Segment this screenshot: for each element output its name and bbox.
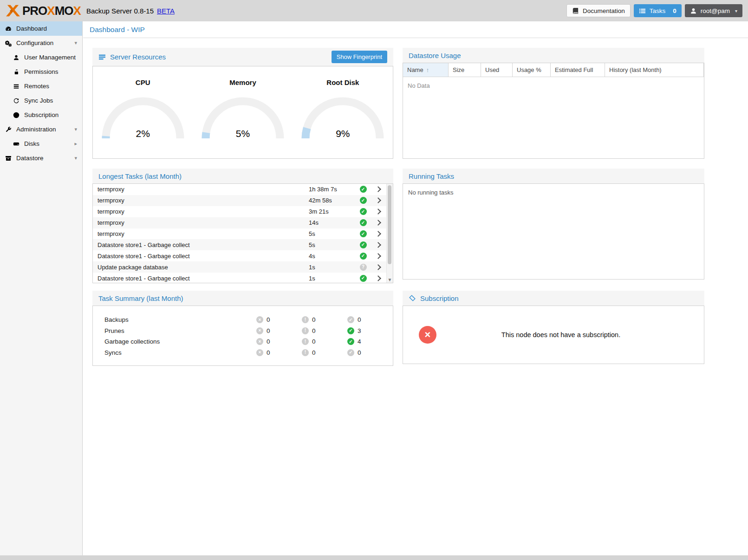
- scrollbar-thumb[interactable]: [388, 185, 391, 264]
- task-name: Datastore store1 - Garbage collect: [93, 241, 309, 248]
- task-open-button[interactable]: [371, 221, 387, 225]
- task-row[interactable]: termproxy42m 58s✓: [93, 195, 387, 206]
- longest-tasks-title: Longest Tasks (last Month): [98, 172, 182, 180]
- ok-status-icon: ✓: [360, 186, 367, 193]
- user-icon: [690, 7, 697, 14]
- task-duration: 3m 21s: [309, 208, 355, 215]
- ok-cell: ✓0: [347, 316, 393, 323]
- task-open-button[interactable]: [371, 232, 387, 236]
- ok-status-icon: ✓: [360, 219, 367, 226]
- task-row[interactable]: termproxy3m 21s✓: [93, 206, 387, 217]
- sidebar-item-label: Dashboard: [16, 25, 47, 32]
- chevron-right-icon: [375, 220, 381, 226]
- topbar-actions: Documentation Tasks 0 root@pam ▾: [566, 4, 742, 17]
- gauge-cpu: CPU2%: [93, 66, 193, 158]
- task-duration: 42m 58s: [309, 197, 355, 204]
- task-open-button[interactable]: [371, 209, 387, 214]
- count: 0: [312, 327, 316, 334]
- column-label: Size: [453, 66, 464, 73]
- chevron-down-icon[interactable]: ▾: [74, 155, 77, 161]
- user-menu-button[interactable]: root@pam ▾: [685, 4, 742, 17]
- scrollbar-down-icon[interactable]: ▼: [387, 277, 393, 282]
- task-open-button[interactable]: [371, 254, 387, 258]
- sidebar-item-permissions[interactable]: Permissions: [0, 65, 82, 79]
- warning-cell: !0: [302, 316, 347, 323]
- longest-tasks-header: Longest Tasks (last Month): [92, 169, 393, 183]
- column-header-name[interactable]: Name↑: [403, 63, 449, 77]
- chevron-right-icon: [375, 275, 381, 281]
- task-row[interactable]: termproxy14s✓: [93, 217, 387, 228]
- task-row[interactable]: Datastore store1 - Garbage collect4s✓: [93, 250, 387, 261]
- show-fingerprint-button[interactable]: Show Fingerprint: [332, 51, 387, 63]
- count: 0: [312, 316, 316, 323]
- chevron-down-icon[interactable]: ▾: [74, 126, 77, 132]
- task-open-button[interactable]: [371, 265, 387, 269]
- task-row[interactable]: Update package database1s?: [93, 261, 387, 273]
- count: 0: [267, 349, 270, 356]
- tasks-button[interactable]: Tasks 0: [634, 4, 682, 17]
- ok-status-icon: ✓: [360, 230, 367, 237]
- summary-row-syncs: Syncs×0!0✓0: [93, 347, 393, 358]
- task-row[interactable]: termproxy5s✓: [93, 228, 387, 240]
- task-duration: 1h 38m 7s: [309, 186, 355, 193]
- sidebar-item-administration[interactable]: Administration▾: [0, 122, 82, 137]
- logo-wordmark: PROXMOX: [22, 5, 81, 17]
- column-label: Estimated Full: [555, 66, 593, 73]
- chevron-right-icon: [375, 208, 381, 215]
- life-ring-icon: [13, 111, 20, 119]
- sidebar-item-label: Remotes: [24, 83, 49, 90]
- sidebar-item-configuration[interactable]: Configuration▾: [0, 36, 82, 50]
- chevron-right-icon: [375, 264, 381, 270]
- hdd-icon: [13, 140, 20, 148]
- sidebar-item-subscription[interactable]: Subscription: [0, 108, 82, 122]
- count: 0: [312, 349, 316, 356]
- count: 0: [267, 327, 270, 334]
- scrollbar[interactable]: ▼: [386, 184, 393, 283]
- sidebar-item-user-management[interactable]: User Management: [0, 50, 82, 65]
- task-open-button[interactable]: [371, 276, 387, 280]
- page-title: Dashboard - WIP: [83, 21, 748, 38]
- task-summary-title: Task Summary (last Month): [98, 294, 183, 302]
- count: 0: [312, 338, 316, 345]
- sidebar-item-dashboard[interactable]: Dashboard: [0, 21, 82, 36]
- sidebar-item-remotes[interactable]: Remotes: [0, 79, 82, 93]
- ok-status-icon: ✓: [360, 253, 367, 260]
- documentation-button[interactable]: Documentation: [566, 4, 631, 17]
- column-header-history-last-month-[interactable]: History (last Month): [605, 63, 704, 77]
- column-header-estimated-full[interactable]: Estimated Full: [551, 63, 605, 77]
- column-header-used[interactable]: Used: [481, 63, 513, 77]
- beta-link[interactable]: BETA: [157, 7, 175, 15]
- task-duration: 1s: [309, 275, 355, 282]
- gauge-root-disk: Root Disk9%: [293, 66, 393, 158]
- longest-tasks-panel: Longest Tasks (last Month) termproxy1h 3…: [92, 169, 393, 283]
- sidebar-item-sync-jobs[interactable]: Sync Jobs: [0, 93, 82, 108]
- sidebar-item-disks[interactable]: Disks▸: [0, 137, 82, 151]
- task-row[interactable]: termproxy1h 38m 7s✓: [93, 184, 387, 195]
- chevron-right-icon[interactable]: ▸: [74, 141, 77, 147]
- task-open-button[interactable]: [371, 187, 387, 191]
- book-icon: [572, 7, 579, 14]
- summary-row-backups: Backups×0!0✓0: [93, 314, 393, 326]
- running-tasks-panel: Running Tasks No running tasks: [403, 169, 704, 280]
- column-header-size[interactable]: Size: [449, 63, 481, 77]
- task-row[interactable]: Datastore store1 - Garbage collect1s✓: [93, 273, 387, 283]
- sidebar-item-datastore[interactable]: Datastore▾: [0, 151, 82, 165]
- warning-icon: !: [302, 349, 309, 356]
- running-tasks-title: Running Tasks: [409, 172, 454, 180]
- ok-icon: ✓: [347, 338, 354, 345]
- task-open-button[interactable]: [371, 198, 387, 202]
- task-row[interactable]: Datastore store1 - Garbage collect5s✓: [93, 239, 387, 250]
- count: 0: [358, 316, 361, 323]
- count: 0: [267, 316, 270, 323]
- column-header-usage-[interactable]: Usage %: [513, 63, 551, 77]
- datastore-usage-columns: Name↑SizeUsedUsage %Estimated FullHistor…: [403, 63, 704, 77]
- gauge-title: Root Disk: [326, 78, 359, 86]
- task-name: termproxy: [93, 208, 309, 215]
- gauges: CPU2%Memory5%Root Disk9%: [93, 66, 393, 158]
- task-open-button[interactable]: [371, 243, 387, 247]
- sidebar-item-label: Disks: [24, 140, 39, 147]
- product-version: Backup Server 0.8-15: [86, 7, 154, 15]
- subscription-message: This node does not have a subscription.: [436, 331, 704, 339]
- chevron-down-icon[interactable]: ▾: [74, 40, 77, 46]
- longest-tasks-rows: termproxy1h 38m 7s✓termproxy42m 58s✓term…: [93, 184, 387, 283]
